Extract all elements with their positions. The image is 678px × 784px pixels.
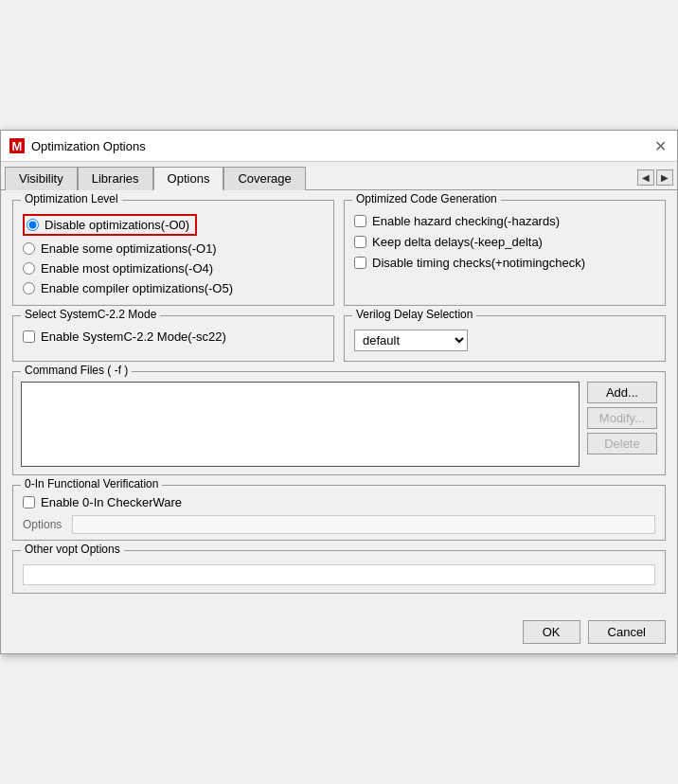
verilog-delay-group: Verilog Delay Selection default min typ … <box>344 315 666 362</box>
zero-in-label: 0-In Functional Verification <box>21 477 162 490</box>
close-button[interactable]: ✕ <box>651 136 669 155</box>
tab-libraries[interactable]: Libraries <box>78 167 153 190</box>
check-timing[interactable]: Disable timing checks(+notimingcheck) <box>354 256 655 270</box>
check-systemc[interactable]: Enable SystemC-2.2 Mode(-sc22) <box>23 330 324 344</box>
radio-compiler-input[interactable] <box>23 282 35 294</box>
optimization-level-group: Optimization Level Disable optimizations… <box>12 200 334 306</box>
zero-in-options-row: Options <box>23 515 655 534</box>
radio-disable-label: Disable optimizations(-O0) <box>45 218 189 232</box>
radio-compiler[interactable]: Enable compiler optimizations(-O5) <box>23 281 324 295</box>
command-files-label: Command Files ( -f ) <box>21 364 132 377</box>
optimized-code-options: Enable hazard checking(-hazards) Keep de… <box>354 210 655 270</box>
row-systemc-verilog: Select SystemC-2.2 Mode Enable SystemC-2… <box>12 315 666 362</box>
title-bar: M Optimization Options ✕ <box>1 131 677 162</box>
other-vopt-group: Other vopt Options <box>12 550 666 594</box>
zero-in-group: 0-In Functional Verification Enable 0-In… <box>12 485 666 541</box>
command-files-textarea[interactable] <box>21 382 580 467</box>
other-vopt-label: Other vopt Options <box>21 543 124 556</box>
row-optimization: Optimization Level Disable optimizations… <box>12 200 666 306</box>
other-vopt-input[interactable] <box>23 564 655 585</box>
radio-some-input[interactable] <box>23 242 35 255</box>
check-timing-input[interactable] <box>354 257 366 269</box>
systemc-label: Select SystemC-2.2 Mode <box>21 308 160 321</box>
radio-disable[interactable]: Disable optimizations(-O0) <box>23 214 324 236</box>
check-zero-in-input[interactable] <box>23 496 35 508</box>
radio-some-label: Enable some optimizations(-O1) <box>41 241 217 256</box>
content-area: Optimization Level Disable optimizations… <box>1 190 677 613</box>
tab-options[interactable]: Options <box>153 167 224 190</box>
optimized-code-label: Optimized Code Generation <box>352 192 501 205</box>
add-button[interactable]: Add... <box>587 382 657 403</box>
check-hazard-input[interactable] <box>354 215 366 227</box>
verilog-delay-select-row: default min typ max <box>354 326 655 351</box>
check-delta-input[interactable] <box>354 236 366 248</box>
verilog-delay-select[interactable]: default min typ max <box>354 330 468 351</box>
check-zero-in-label: Enable 0-In CheckerWare <box>41 495 182 509</box>
check-timing-label: Disable timing checks(+notimingcheck) <box>372 256 585 270</box>
radio-compiler-label: Enable compiler optimizations(-O5) <box>41 281 233 295</box>
check-systemc-input[interactable] <box>23 330 35 343</box>
tab-coverage[interactable]: Coverage <box>223 167 305 190</box>
check-hazard[interactable]: Enable hazard checking(-hazards) <box>354 214 655 228</box>
radio-some[interactable]: Enable some optimizations(-O1) <box>23 241 324 256</box>
delete-button[interactable]: Delete <box>587 433 657 454</box>
title-bar-left: M Optimization Options <box>9 137 146 154</box>
systemc-options: Enable SystemC-2.2 Mode(-sc22) <box>23 326 324 344</box>
verilog-delay-label: Verilog Delay Selection <box>352 308 476 321</box>
footer: OK Cancel <box>1 613 677 653</box>
window-title: Optimization Options <box>31 139 146 153</box>
main-window: M Optimization Options ✕ Visibility Libr… <box>0 130 678 654</box>
check-hazard-label: Enable hazard checking(-hazards) <box>372 214 560 228</box>
svg-text:M: M <box>12 139 23 153</box>
zero-in-options-input[interactable] <box>72 515 655 534</box>
radio-disable-input[interactable] <box>27 219 39 231</box>
check-delta[interactable]: Keep delta delays(-keep_delta) <box>354 235 655 249</box>
zero-in-options-label: Options <box>23 518 68 531</box>
app-icon: M <box>9 137 26 154</box>
systemc-group: Select SystemC-2.2 Mode Enable SystemC-2… <box>12 315 334 362</box>
zero-in-inner: Enable 0-In CheckerWare Options <box>23 495 655 534</box>
tab-visibility[interactable]: Visibility <box>5 167 78 190</box>
check-systemc-label: Enable SystemC-2.2 Mode(-sc22) <box>41 330 226 344</box>
radio-selected-box: Disable optimizations(-O0) <box>23 214 197 236</box>
command-files-buttons: Add... Modify... Delete <box>587 382 657 467</box>
tab-nav: ◀ ▶ <box>637 169 673 189</box>
tab-nav-left[interactable]: ◀ <box>637 169 654 186</box>
command-files-group: Command Files ( -f ) Add... Modify... De… <box>12 371 666 475</box>
command-files-inner: Add... Modify... Delete <box>21 382 657 467</box>
cancel-button[interactable]: Cancel <box>588 620 666 644</box>
optimization-level-options: Disable optimizations(-O0) Enable some o… <box>23 210 324 295</box>
radio-most[interactable]: Enable most optimizations(-O4) <box>23 261 324 276</box>
optimization-level-label: Optimization Level <box>21 192 122 205</box>
radio-most-label: Enable most optimizations(-O4) <box>41 261 213 276</box>
tab-nav-right[interactable]: ▶ <box>656 169 673 186</box>
tabs-row: Visibility Libraries Options Coverage ◀ … <box>1 162 677 190</box>
modify-button[interactable]: Modify... <box>587 407 657 429</box>
optimized-code-group: Optimized Code Generation Enable hazard … <box>344 200 666 306</box>
radio-most-input[interactable] <box>23 262 35 275</box>
tabs-container: Visibility Libraries Options Coverage <box>5 166 306 189</box>
check-delta-label: Keep delta delays(-keep_delta) <box>372 235 543 249</box>
check-zero-in[interactable]: Enable 0-In CheckerWare <box>23 495 655 509</box>
ok-button[interactable]: OK <box>523 620 580 644</box>
